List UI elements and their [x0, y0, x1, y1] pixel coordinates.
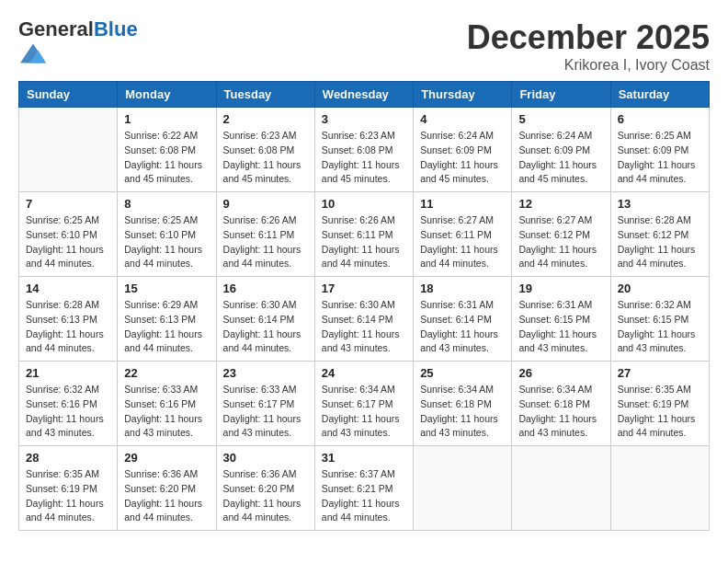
calendar-day-cell: 2Sunrise: 6:23 AM Sunset: 6:08 PM Daylig… [216, 108, 314, 192]
day-number: 16 [223, 282, 308, 295]
calendar-day-cell: 12Sunrise: 6:27 AM Sunset: 6:12 PM Dayli… [512, 192, 610, 277]
day-info: Sunrise: 6:30 AM Sunset: 6:14 PM Dayligh… [223, 298, 308, 356]
calendar-table: SundayMondayTuesdayWednesdayThursdayFrid… [18, 81, 710, 531]
day-info: Sunrise: 6:23 AM Sunset: 6:08 PM Dayligh… [322, 129, 406, 187]
day-info: Sunrise: 6:34 AM Sunset: 6:18 PM Dayligh… [420, 383, 505, 441]
calendar-day-cell: 3Sunrise: 6:23 AM Sunset: 6:08 PM Daylig… [314, 108, 413, 192]
day-info: Sunrise: 6:29 AM Sunset: 6:13 PM Dayligh… [124, 298, 209, 356]
logo-general: General [18, 17, 94, 40]
day-info: Sunrise: 6:32 AM Sunset: 6:15 PM Dayligh… [618, 298, 702, 356]
month-title: December 2025 [467, 18, 710, 57]
day-number: 26 [518, 366, 603, 380]
day-info: Sunrise: 6:25 AM Sunset: 6:09 PM Dayligh… [618, 129, 702, 187]
calendar-day-cell: 13Sunrise: 6:28 AM Sunset: 6:12 PM Dayli… [610, 192, 709, 277]
day-info: Sunrise: 6:28 AM Sunset: 6:13 PM Dayligh… [26, 298, 110, 356]
day-number: 17 [322, 282, 406, 295]
calendar-day-cell: 4Sunrise: 6:24 AM Sunset: 6:09 PM Daylig… [414, 108, 512, 192]
day-info: Sunrise: 6:23 AM Sunset: 6:08 PM Dayligh… [223, 129, 308, 187]
day-number: 19 [518, 282, 603, 295]
calendar-day-cell: 11Sunrise: 6:27 AM Sunset: 6:11 PM Dayli… [414, 192, 512, 277]
day-info: Sunrise: 6:24 AM Sunset: 6:09 PM Dayligh… [420, 129, 505, 187]
day-info: Sunrise: 6:36 AM Sunset: 6:20 PM Dayligh… [223, 467, 308, 525]
calendar-week-row: 7Sunrise: 6:25 AM Sunset: 6:10 PM Daylig… [19, 192, 710, 277]
day-number: 21 [26, 366, 110, 380]
day-number: 12 [518, 197, 603, 211]
day-number: 20 [618, 282, 702, 295]
day-info: Sunrise: 6:25 AM Sunset: 6:10 PM Dayligh… [26, 213, 110, 271]
day-number: 27 [618, 366, 702, 380]
calendar-week-row: 1Sunrise: 6:22 AM Sunset: 6:08 PM Daylig… [19, 108, 710, 192]
calendar-day-cell [610, 446, 709, 531]
day-info: Sunrise: 6:25 AM Sunset: 6:10 PM Dayligh… [124, 213, 209, 271]
calendar-day-cell: 30Sunrise: 6:36 AM Sunset: 6:20 PM Dayli… [216, 446, 314, 531]
day-info: Sunrise: 6:34 AM Sunset: 6:18 PM Dayligh… [518, 383, 603, 441]
day-info: Sunrise: 6:24 AM Sunset: 6:09 PM Dayligh… [518, 129, 603, 187]
day-number: 6 [618, 112, 702, 126]
page-header: GeneralBlue December 2025 Krikorea I, Iv… [18, 18, 710, 74]
day-number: 15 [124, 282, 209, 295]
day-number: 3 [322, 112, 406, 126]
day-info: Sunrise: 6:34 AM Sunset: 6:17 PM Dayligh… [322, 383, 406, 441]
calendar-day-cell: 16Sunrise: 6:30 AM Sunset: 6:14 PM Dayli… [216, 277, 314, 362]
day-info: Sunrise: 6:27 AM Sunset: 6:12 PM Dayligh… [518, 213, 603, 271]
day-info: Sunrise: 6:32 AM Sunset: 6:16 PM Dayligh… [26, 383, 110, 441]
calendar-day-cell: 15Sunrise: 6:29 AM Sunset: 6:13 PM Dayli… [118, 277, 216, 362]
weekday-header: Wednesday [314, 82, 413, 108]
calendar-day-cell: 21Sunrise: 6:32 AM Sunset: 6:16 PM Dayli… [19, 362, 118, 446]
weekday-header: Thursday [414, 82, 512, 108]
calendar-day-cell: 18Sunrise: 6:31 AM Sunset: 6:14 PM Dayli… [414, 277, 512, 362]
calendar-day-cell: 31Sunrise: 6:37 AM Sunset: 6:21 PM Dayli… [314, 446, 413, 531]
day-info: Sunrise: 6:35 AM Sunset: 6:19 PM Dayligh… [618, 383, 702, 441]
day-number: 13 [618, 197, 702, 211]
day-info: Sunrise: 6:30 AM Sunset: 6:14 PM Dayligh… [322, 298, 406, 356]
calendar-day-cell: 6Sunrise: 6:25 AM Sunset: 6:09 PM Daylig… [610, 108, 709, 192]
weekday-header: Sunday [19, 82, 118, 108]
calendar-day-cell: 24Sunrise: 6:34 AM Sunset: 6:17 PM Dayli… [314, 362, 413, 446]
weekday-header: Friday [512, 82, 610, 108]
calendar-day-cell: 1Sunrise: 6:22 AM Sunset: 6:08 PM Daylig… [118, 108, 216, 192]
day-number: 29 [124, 451, 209, 465]
day-number: 1 [124, 112, 209, 126]
day-number: 10 [322, 197, 406, 211]
calendar-day-cell [414, 446, 512, 531]
calendar-day-cell: 5Sunrise: 6:24 AM Sunset: 6:09 PM Daylig… [512, 108, 610, 192]
day-number: 14 [26, 282, 110, 295]
calendar-day-cell: 29Sunrise: 6:36 AM Sunset: 6:20 PM Dayli… [118, 446, 216, 531]
calendar-header-row: SundayMondayTuesdayWednesdayThursdayFrid… [19, 82, 710, 108]
calendar-day-cell: 14Sunrise: 6:28 AM Sunset: 6:13 PM Dayli… [19, 277, 118, 362]
day-number: 11 [420, 197, 505, 211]
day-number: 2 [223, 112, 308, 126]
logo: GeneralBlue [18, 18, 138, 70]
day-info: Sunrise: 6:33 AM Sunset: 6:16 PM Dayligh… [124, 383, 209, 441]
calendar-day-cell: 10Sunrise: 6:26 AM Sunset: 6:11 PM Dayli… [314, 192, 413, 277]
day-number: 23 [223, 366, 308, 380]
title-block: December 2025 Krikorea I, Ivory Coast [467, 18, 710, 74]
day-info: Sunrise: 6:37 AM Sunset: 6:21 PM Dayligh… [322, 467, 406, 525]
day-number: 28 [26, 451, 110, 465]
calendar-week-row: 14Sunrise: 6:28 AM Sunset: 6:13 PM Dayli… [19, 277, 710, 362]
day-number: 24 [322, 366, 406, 380]
day-number: 9 [223, 197, 308, 211]
day-info: Sunrise: 6:22 AM Sunset: 6:08 PM Dayligh… [124, 129, 209, 187]
calendar-day-cell [19, 108, 118, 192]
day-info: Sunrise: 6:27 AM Sunset: 6:11 PM Dayligh… [420, 213, 505, 271]
calendar-day-cell: 23Sunrise: 6:33 AM Sunset: 6:17 PM Dayli… [216, 362, 314, 446]
day-info: Sunrise: 6:31 AM Sunset: 6:15 PM Dayligh… [518, 298, 603, 356]
calendar-day-cell: 7Sunrise: 6:25 AM Sunset: 6:10 PM Daylig… [19, 192, 118, 277]
calendar-day-cell: 17Sunrise: 6:30 AM Sunset: 6:14 PM Dayli… [314, 277, 413, 362]
weekday-header: Monday [118, 82, 216, 108]
day-number: 4 [420, 112, 505, 126]
day-number: 30 [223, 451, 308, 465]
day-number: 7 [26, 197, 110, 211]
calendar-week-row: 21Sunrise: 6:32 AM Sunset: 6:16 PM Dayli… [19, 362, 710, 446]
calendar-day-cell: 22Sunrise: 6:33 AM Sunset: 6:16 PM Dayli… [118, 362, 216, 446]
calendar-day-cell: 8Sunrise: 6:25 AM Sunset: 6:10 PM Daylig… [118, 192, 216, 277]
calendar-day-cell [512, 446, 610, 531]
day-info: Sunrise: 6:26 AM Sunset: 6:11 PM Dayligh… [223, 213, 308, 271]
calendar-day-cell: 9Sunrise: 6:26 AM Sunset: 6:11 PM Daylig… [216, 192, 314, 277]
day-info: Sunrise: 6:28 AM Sunset: 6:12 PM Dayligh… [618, 213, 702, 271]
day-number: 31 [322, 451, 406, 465]
day-info: Sunrise: 6:26 AM Sunset: 6:11 PM Dayligh… [322, 213, 406, 271]
calendar-day-cell: 26Sunrise: 6:34 AM Sunset: 6:18 PM Dayli… [512, 362, 610, 446]
day-info: Sunrise: 6:36 AM Sunset: 6:20 PM Dayligh… [124, 467, 209, 525]
